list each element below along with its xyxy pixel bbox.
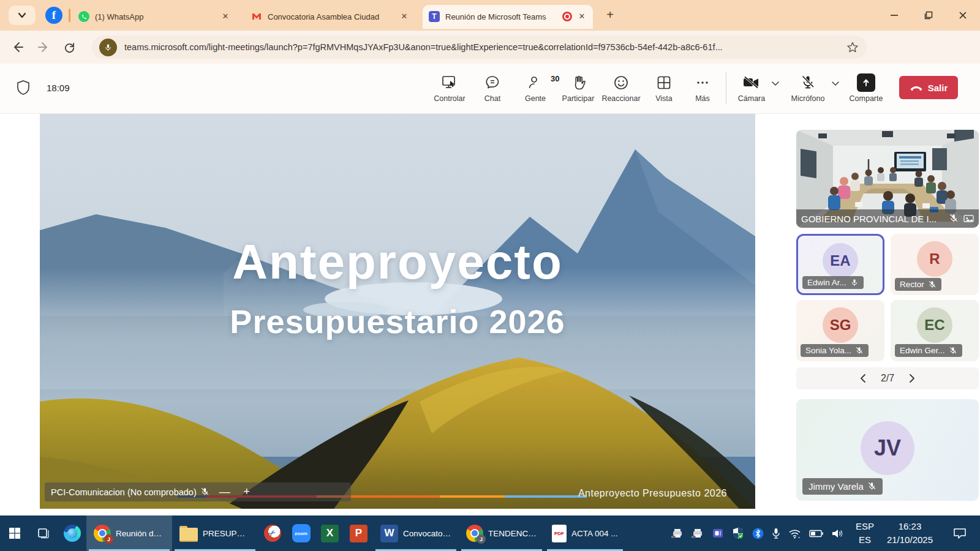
people-button[interactable]: 30 Gente xyxy=(514,70,557,103)
people-count-badge: 30 xyxy=(551,74,559,83)
taskbar-app-word[interactable]: W Convocator... xyxy=(373,515,459,551)
meeting-stage: Anteproyecto Presupuestario 2026 Antepro… xyxy=(0,114,980,515)
grid-view-icon xyxy=(656,75,672,91)
shared-presentation-slide: Anteproyecto Presupuestario 2026 Antepro… xyxy=(40,114,755,509)
smiley-icon xyxy=(613,75,629,91)
tab-close-icon[interactable]: ✕ xyxy=(577,12,587,21)
site-mic-permission-icon[interactable] xyxy=(99,39,117,56)
forward-icon xyxy=(37,41,50,53)
participant-name: Jimmy Varela xyxy=(809,481,864,492)
excel-button[interactable]: X xyxy=(315,515,344,551)
share-button[interactable]: Comparte xyxy=(842,70,891,103)
close-window-button[interactable] xyxy=(946,0,980,31)
chevron-down-icon xyxy=(771,78,780,88)
taskbar-app-chrome-second[interactable]: J TENDENCI... xyxy=(459,515,545,551)
toolbar-divider xyxy=(726,72,726,104)
battery-icon[interactable] xyxy=(809,530,823,538)
printer-icon[interactable] xyxy=(692,528,704,539)
forward-button[interactable] xyxy=(33,37,54,58)
tab-search-button[interactable] xyxy=(9,6,36,25)
scissors-icon: ✂ xyxy=(266,527,279,540)
action-center-button[interactable] xyxy=(946,527,974,539)
tab-divider xyxy=(69,9,70,22)
address-bar[interactable]: teams.microsoft.com/light-meetings/launc… xyxy=(92,36,867,59)
folder-icon xyxy=(179,526,198,541)
tray-mic-icon[interactable] xyxy=(772,528,780,539)
more-button[interactable]: Más xyxy=(685,70,720,103)
chat-button[interactable]: Chat xyxy=(471,70,514,103)
leave-button[interactable]: Salir xyxy=(899,76,958,99)
camera-options-chevron[interactable] xyxy=(771,78,780,91)
featured-tile-label: GOBIERNO PROVINCIAL DE I... xyxy=(796,209,979,228)
raise-hand-button[interactable]: Participar xyxy=(557,70,600,103)
task-view-button[interactable] xyxy=(29,515,58,551)
pinned-tab-facebook[interactable]: f xyxy=(45,7,62,24)
wifi-icon[interactable] xyxy=(788,528,801,539)
task-view-icon xyxy=(37,527,50,539)
more-dots-icon xyxy=(695,75,710,91)
zoom-in-button[interactable]: + xyxy=(240,485,254,498)
powerpoint-button[interactable]: P xyxy=(344,515,373,551)
previous-page-icon[interactable] xyxy=(859,373,867,383)
camera-off-icon xyxy=(742,75,761,91)
share-screen-icon xyxy=(857,73,875,92)
view-button[interactable]: Vista xyxy=(643,70,685,103)
participant-tile-jimmy[interactable]: JV Jimmy Varela xyxy=(796,399,979,501)
zoom-app-button[interactable]: zoom xyxy=(287,515,315,551)
zoom-out-button[interactable]: — xyxy=(218,485,232,498)
tab-whatsapp[interactable]: (1) WhatsApp ✕ xyxy=(72,5,236,28)
reload-button[interactable] xyxy=(59,37,80,58)
taskbar-clock[interactable]: 16:23 21/10/2025 xyxy=(887,520,933,547)
avatar: EA xyxy=(823,243,858,279)
tab-close-icon[interactable]: ✕ xyxy=(221,12,230,21)
taskbar-app-pdf[interactable]: PDF ACTA 004 ... xyxy=(545,515,625,551)
recording-indicator-icon xyxy=(562,12,572,21)
slide-title: Anteproyecto xyxy=(40,234,755,290)
windows-defender-icon[interactable] xyxy=(732,527,744,539)
tab-teams-active[interactable]: T Reunión de Microsoft Teams ✕ xyxy=(423,5,593,28)
back-button[interactable] xyxy=(7,37,28,58)
word-icon: W xyxy=(380,525,398,542)
window-controls xyxy=(877,0,980,31)
printer-icon[interactable] xyxy=(671,528,684,539)
bookmark-star-icon[interactable] xyxy=(846,41,859,54)
participant-tile-edwin-ar[interactable]: EA Edwin Ar... xyxy=(796,234,884,295)
bluetooth-icon[interactable] xyxy=(752,528,764,539)
facebook-icon: f xyxy=(52,9,56,22)
presenter-overlay-bar: PCI-Comunicacion (No comprobado) — + xyxy=(45,482,351,501)
participant-tile-rector[interactable]: R Rector xyxy=(891,234,979,295)
control-button[interactable]: Controlar xyxy=(428,70,471,103)
tab-title: Reunión de Microsoft Teams xyxy=(445,12,557,21)
mic-options-chevron[interactable] xyxy=(831,78,840,91)
taskbar-app-folder[interactable]: PRESUPUES... xyxy=(172,515,258,551)
gmail-icon xyxy=(251,11,262,22)
participant-name: Edwin Ar... xyxy=(807,278,846,287)
shield-icon[interactable] xyxy=(16,80,31,96)
tab-gmail[interactable]: Convocatoria Asamblea Ciudad ✕ xyxy=(245,5,415,28)
maximize-button[interactable] xyxy=(911,0,946,31)
mic-off-icon xyxy=(800,75,816,91)
tab-close-icon[interactable]: ✕ xyxy=(399,12,409,21)
start-button[interactable] xyxy=(0,515,29,551)
mic-muted-icon xyxy=(867,482,876,491)
next-page-icon[interactable] xyxy=(908,373,916,383)
avatar: EC xyxy=(917,307,952,343)
new-tab-button[interactable]: + xyxy=(603,8,617,23)
taskbar-app-chrome-meeting[interactable]: J Reunión de... xyxy=(86,515,172,551)
camera-button[interactable]: Cámara xyxy=(733,70,771,103)
participant-name: Edwin Ger... xyxy=(900,346,945,355)
snipping-tool-button[interactable]: ✂ xyxy=(258,515,287,551)
featured-video-tile[interactable]: GOBIERNO PROVINCIAL DE I... xyxy=(796,130,979,228)
language-indicator[interactable]: ESP ES xyxy=(856,520,874,547)
participant-tile-edwin-ger[interactable]: EC Edwin Ger... xyxy=(891,300,979,361)
mic-muted-icon xyxy=(949,347,957,355)
minimize-button[interactable] xyxy=(877,0,911,31)
chat-icon xyxy=(484,75,500,91)
edge-icon[interactable] xyxy=(58,515,86,551)
page-indicator: 2/7 xyxy=(881,373,894,384)
microphone-button[interactable]: Micrófono xyxy=(785,70,831,103)
contacts-app-icon[interactable] xyxy=(712,528,724,539)
participant-tile-sonia[interactable]: SG Sonia Yola... xyxy=(796,300,884,361)
react-button[interactable]: Reaccionar xyxy=(600,70,643,103)
volume-icon[interactable] xyxy=(831,528,844,539)
